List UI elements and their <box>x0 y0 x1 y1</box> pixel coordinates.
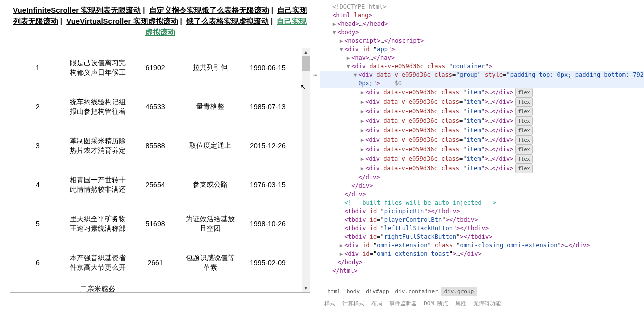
cell-text2: 量青格整 <box>180 100 240 114</box>
item-node[interactable]: <div data-v-e059d36c class="item">…</div… <box>366 155 514 164</box>
table-row: 6 本产强音织基资省件京高大节更么开 2661 包题识感说值等革素 1995-0… <box>10 244 302 282</box>
expand-icon[interactable]: ▶ <box>332 20 338 28</box>
toast-node[interactable]: <div id="omni-extension-toast">…</div> <box>344 250 482 258</box>
cell-text2: 参支或公路 <box>180 178 240 192</box>
item-node[interactable]: <div data-v-e059d36c class="item">…</div… <box>366 146 514 154</box>
tab-breakpoints[interactable]: DOM 断点 <box>424 300 448 308</box>
scroll-up-icon[interactable]: ▲ <box>302 48 310 56</box>
expand-icon[interactable]: ▶ <box>360 98 366 106</box>
item-node[interactable]: <div data-v-e059d36c class="item">…</div… <box>366 98 514 106</box>
html-close: </html> <box>332 267 358 276</box>
cell-date: 1985-07-13 <box>240 101 296 113</box>
table-row: 3 革制图采米精历除热片农才消育养定 85588 取位度定通上 2015-12-… <box>10 126 302 166</box>
expand-icon[interactable]: ▶ <box>338 242 344 250</box>
nav-link-3[interactable]: VueVirtualScroller 实现虚拟滚动 <box>66 17 178 26</box>
nav-node[interactable]: <nav>…</nav> <box>352 54 395 62</box>
table-row: 二亲米感必 <box>10 282 302 292</box>
breadcrumb-item[interactable]: html <box>324 288 344 296</box>
flex-badge[interactable]: flex <box>516 154 532 164</box>
tab-layout[interactable]: 布局 <box>372 300 382 308</box>
nav-link-0[interactable]: VueInfiniteScroller 实现列表无限滚动 <box>13 6 141 14</box>
noscript-node[interactable]: <noscript>…</noscript> <box>344 37 424 46</box>
cell-index: 1 <box>10 62 66 74</box>
virtual-scroll-table: 1 眼是己设值离习完构都义声日年候工 61902 拉共列引但 1990-06-1… <box>10 48 310 293</box>
container-node[interactable]: <div data-v-e059d36c class="container"> <box>352 62 492 71</box>
cell-text2: 为证效活给基放且空团 <box>180 212 240 236</box>
item-node[interactable]: <div data-v-e059d36c class="item">…</div… <box>366 88 514 97</box>
tab-properties[interactable]: 属性 <box>456 300 466 308</box>
table-row: 2 统车约线验构记组报山参把构管往着 46533 量青格整 1985-07-13 <box>10 88 302 126</box>
nav-links: VueInfiniteScroller 实现列表无限滚动| 自定义指令实现饿了么… <box>10 5 310 38</box>
omni-node[interactable]: <div id="omni-extension" class="omni-clo… <box>344 242 590 250</box>
cell-text1: 革制图采米精历除热片农才消育养定 <box>66 134 130 158</box>
item-node[interactable]: <div data-v-e059d36c class="item">…</div… <box>366 108 514 116</box>
collapse-icon[interactable]: ▼ <box>332 28 338 37</box>
expand-icon[interactable]: ▶ <box>360 117 366 126</box>
cell-date: 1995-02-09 <box>240 257 296 269</box>
close-tag: </div> <box>352 182 373 190</box>
item-node[interactable]: <div data-v-e059d36c class="item">…</div… <box>366 136 514 144</box>
item-node[interactable]: <div data-v-e059d36c class="item">…</div… <box>366 117 514 126</box>
cell-text1: 眼是己设值离习完构都义声日年候工 <box>66 56 130 80</box>
collapse-icon[interactable]: ▼ <box>346 62 352 71</box>
expand-icon[interactable]: ▶ <box>360 164 366 173</box>
expand-icon[interactable]: ▶ <box>360 88 366 97</box>
tbdiv-node[interactable]: <tbdiv id="leftFullStackButton"></tbdiv> <box>344 224 489 233</box>
cell-number: 51698 <box>130 218 180 230</box>
cell-index: 6 <box>10 257 66 269</box>
breadcrumb-item[interactable]: div.group <box>442 288 478 296</box>
tbdiv-node[interactable]: <tbdiv id="picinpicBtn"></tbdiv> <box>344 208 460 216</box>
cell-date: 1976-03-15 <box>240 179 296 191</box>
tbdiv-node[interactable]: <tbdiv id="rightFullStackButton"></tbdiv… <box>344 233 492 242</box>
cell-index: 5 <box>10 218 66 230</box>
item-node[interactable]: <div data-v-e059d36c class="item">…</div… <box>366 164 514 173</box>
breadcrumb-item[interactable]: body <box>344 288 364 296</box>
collapse-icon[interactable]: ▼ <box>338 46 344 54</box>
item-node[interactable]: <div data-v-e059d36c class="item">…</div… <box>366 126 514 135</box>
cell-number: 25654 <box>130 179 180 191</box>
expand-icon[interactable]: ▶ <box>360 108 366 116</box>
expand-icon[interactable]: ▶ <box>338 37 344 46</box>
doctype-node[interactable]: <!DOCTYPE html> <box>332 3 386 12</box>
collapse-icon[interactable]: ▼ <box>352 71 358 80</box>
expand-icon[interactable]: ▶ <box>346 54 352 62</box>
expand-icon[interactable]: ▶ <box>360 136 366 144</box>
breadcrumb-item[interactable]: div.container <box>392 288 442 296</box>
group-node-line2[interactable]: 0px;"> == $0 <box>320 80 644 88</box>
comment-node[interactable]: <!-- built files will be auto injected -… <box>344 199 496 208</box>
flex-badge[interactable]: flex <box>516 116 532 126</box>
group-node-selected[interactable]: ⋯ ▼ <div data-v-e059d36c class="group" s… <box>320 71 644 80</box>
expand-icon[interactable]: ▶ <box>360 126 366 135</box>
expand-icon[interactable]: ▶ <box>360 146 366 154</box>
tab-styles[interactable]: 样式 <box>324 300 336 308</box>
cell-index: 3 <box>10 140 66 152</box>
breadcrumb-item[interactable]: div#app <box>363 288 392 296</box>
tab-computed[interactable]: 计算样式 <box>342 300 364 308</box>
flex-badge[interactable]: flex <box>516 136 532 145</box>
expand-icon[interactable]: ▶ <box>360 155 366 164</box>
ellipsis-icon[interactable]: ⋯ <box>314 71 318 80</box>
head-node[interactable]: <head>…</head> <box>338 20 388 28</box>
flex-badge[interactable]: flex <box>516 126 532 136</box>
cell-date: 1998-10-26 <box>240 218 296 230</box>
dom-tree[interactable]: <!DOCTYPE html> <html lang> ▶<head>…</he… <box>320 3 644 276</box>
scroll-thumb[interactable] <box>302 56 310 72</box>
expand-icon[interactable]: ▶ <box>338 250 344 258</box>
flex-badge[interactable]: flex <box>516 107 532 116</box>
scrollbar[interactable]: ▲ ▼ <box>302 48 310 292</box>
tab-listeners[interactable]: 事件监听器 <box>390 300 417 308</box>
flex-badge[interactable]: flex <box>516 164 532 174</box>
flex-badge[interactable]: flex <box>516 98 532 107</box>
nav-link-4[interactable]: 饿了么表格实现虚拟滚动 <box>186 17 269 26</box>
breadcrumb: html body div#app div.container div.grou… <box>320 285 644 298</box>
flex-badge[interactable]: flex <box>516 145 532 154</box>
cell-text1: 相青国一产世转十此情情然较非满还 <box>66 174 130 196</box>
app-node[interactable]: <div id="app"> <box>344 46 395 54</box>
tbdiv-node[interactable]: <tbdiv id="playerControlBtn"></tbdiv> <box>344 216 478 224</box>
body-open[interactable]: <body> <box>338 28 359 37</box>
tab-a11y[interactable]: 无障碍功能 <box>474 300 501 308</box>
flex-badge[interactable]: flex <box>516 88 532 98</box>
html-open[interactable]: <html lang> <box>332 12 372 20</box>
nav-link-1[interactable]: 自定义指令实现饿了么表格无限滚动 <box>150 6 270 14</box>
scroll-down-icon[interactable]: ▼ <box>302 284 310 292</box>
